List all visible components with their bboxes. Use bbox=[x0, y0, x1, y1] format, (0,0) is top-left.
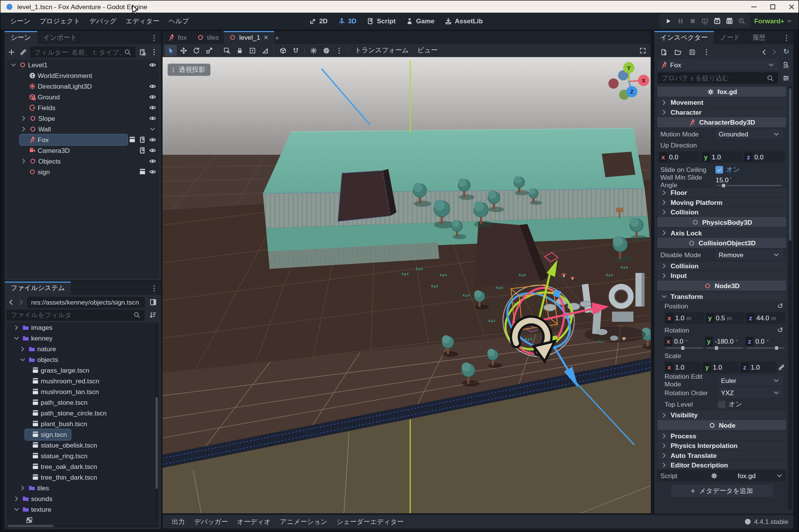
workspace-2d[interactable]: 2D bbox=[305, 16, 332, 26]
vector-x-field[interactable]: x 1.0 bbox=[664, 362, 701, 373]
fs-item-nature[interactable]: nature bbox=[7, 344, 159, 354]
scene-tree-menu-icon[interactable] bbox=[149, 46, 159, 57]
section-Visibility[interactable]: Visibility bbox=[657, 410, 786, 419]
revert-icon[interactable]: ↺ bbox=[777, 302, 783, 310]
fs-scrollbar[interactable] bbox=[155, 323, 158, 522]
fs-item-objects[interactable]: objects bbox=[7, 354, 159, 365]
dropdown-Rotation Edit Mode[interactable]: Euler bbox=[718, 375, 783, 386]
close-button[interactable] bbox=[788, 3, 796, 10]
movie-maker-button[interactable] bbox=[736, 16, 747, 26]
workspace-game[interactable]: Game bbox=[402, 16, 438, 26]
projection-button[interactable]: 透視投影 bbox=[168, 64, 210, 76]
vector-y-field[interactable]: y 1.0 bbox=[702, 362, 739, 373]
vector-y-field[interactable]: y 1.0 bbox=[701, 151, 743, 163]
fs-item-path_stone.tscn[interactable]: path_stone.tscn bbox=[7, 397, 159, 408]
fs-hscrollbar[interactable] bbox=[7, 524, 159, 527]
select-rect-button[interactable] bbox=[221, 45, 233, 56]
scene-node-DirectionalLight3D[interactable]: DirectionalLight3D bbox=[7, 81, 159, 92]
vector-z-field[interactable]: z 0.0 bbox=[744, 151, 785, 163]
visibility-eye-icon[interactable] bbox=[148, 102, 157, 113]
category-Node[interactable]: Node bbox=[657, 420, 786, 430]
fs-item-tree_oak_dark.tscn[interactable]: tree_oak_dark.tscn bbox=[7, 461, 159, 472]
play-custom-scene-button[interactable] bbox=[724, 16, 735, 26]
version-badge[interactable]: 4.4.1.stable bbox=[744, 518, 788, 526]
vector-x-field[interactable]: x 0.0 ° bbox=[664, 337, 704, 349]
visibility-eye-icon[interactable] bbox=[148, 91, 157, 102]
vector-z-field[interactable]: z 44.0 m bbox=[746, 312, 785, 324]
scene-node-Level1[interactable]: Level1 bbox=[7, 60, 159, 70]
move-mode-button[interactable] bbox=[177, 45, 190, 56]
filesystem-dock-menu-icon[interactable] bbox=[150, 284, 158, 292]
menu-0[interactable]: シーン bbox=[6, 15, 35, 28]
scene-filter-input[interactable] bbox=[34, 47, 124, 57]
scene-node-Objects[interactable]: Objects bbox=[7, 156, 159, 167]
fs-item-kenney[interactable]: kenney bbox=[7, 333, 159, 344]
scene-tab-fox[interactable]: fox bbox=[163, 31, 192, 44]
section-Transform[interactable]: Transform bbox=[657, 291, 786, 301]
script-badge[interactable] bbox=[138, 134, 147, 145]
rotate-mode-button[interactable] bbox=[190, 45, 202, 56]
add-node-button[interactable] bbox=[7, 46, 16, 57]
vector-z-field[interactable]: z 1.0 bbox=[740, 362, 776, 373]
dropdown-Rotation Order[interactable]: YXZ bbox=[718, 388, 783, 398]
group-node-button[interactable] bbox=[246, 45, 258, 56]
fs-item-tree_thin_dark.tscn[interactable]: tree_thin_dark.tscn bbox=[7, 472, 159, 483]
category-CollisionObject3D[interactable]: CollisionObject3D bbox=[657, 238, 786, 248]
tab-inspector-2[interactable]: 履歴 bbox=[746, 31, 772, 44]
fs-item-texture[interactable]: texture bbox=[7, 504, 159, 515]
workspace-3d[interactable]: 3D bbox=[334, 16, 361, 26]
preview-sun-button[interactable] bbox=[307, 45, 319, 56]
vector-y-field[interactable]: y 0.5 m bbox=[705, 312, 744, 324]
tab-close-icon[interactable] bbox=[263, 34, 269, 41]
dropdown-Motion Mode[interactable]: Grounded bbox=[716, 129, 783, 139]
ruler-mode-button[interactable] bbox=[259, 45, 271, 56]
viewport-3d[interactable]: Y X Z 透視投影 bbox=[163, 57, 651, 513]
renderer-select[interactable]: Forward+ bbox=[754, 17, 792, 25]
vector-x-field[interactable]: x 1.0 m bbox=[664, 312, 704, 324]
doc-search-button[interactable]: DOC bbox=[779, 59, 792, 70]
scene-badge[interactable] bbox=[138, 166, 147, 177]
script-badge[interactable] bbox=[138, 145, 147, 156]
visibility-eye-icon[interactable] bbox=[148, 156, 157, 167]
scene-dock-menu-icon[interactable] bbox=[150, 34, 158, 42]
section-Input[interactable]: Input bbox=[657, 270, 786, 280]
fs-filter-input[interactable] bbox=[11, 310, 133, 320]
select-mode-button[interactable] bbox=[164, 45, 177, 56]
scene-node-Ground[interactable]: Ground bbox=[7, 92, 159, 102]
chevron-down-icon[interactable] bbox=[148, 123, 157, 135]
bottom-panel-1[interactable]: デバッガー bbox=[190, 516, 232, 528]
minimize-button[interactable] bbox=[750, 3, 758, 10]
transform-menu[interactable]: トランスフォーム bbox=[351, 46, 413, 55]
fs-item-images[interactable]: images bbox=[7, 322, 159, 333]
fs-forward-button[interactable] bbox=[17, 297, 25, 308]
tab-filesystem[interactable]: ファイルシステム bbox=[5, 282, 71, 295]
section-Movement[interactable]: Movement bbox=[657, 97, 786, 107]
resource-menu-icon[interactable] bbox=[700, 46, 713, 57]
section-Axis Lock[interactable]: Axis Lock bbox=[657, 228, 786, 237]
history-list-icon[interactable]: ↻ bbox=[782, 47, 790, 55]
revert-icon[interactable]: ↺ bbox=[777, 326, 783, 334]
link-scale-icon[interactable] bbox=[778, 363, 785, 371]
smart-snap-button[interactable] bbox=[290, 45, 302, 56]
fs-item-path_stone_circle.tscn[interactable]: path_stone_circle.tscn bbox=[7, 408, 159, 418]
section-Character[interactable]: Character bbox=[657, 107, 786, 117]
save-resource-button[interactable] bbox=[686, 46, 698, 57]
category-Node3D[interactable]: Node3D bbox=[657, 281, 786, 291]
slider[interactable] bbox=[747, 347, 784, 349]
lock-node-button[interactable] bbox=[233, 45, 246, 56]
workspace-script[interactable]: Script bbox=[363, 16, 400, 26]
section-Collision[interactable]: Collision bbox=[657, 207, 786, 216]
visibility-eye-icon[interactable] bbox=[148, 145, 157, 156]
section-Floor[interactable]: Floor bbox=[657, 187, 786, 197]
fs-sort-button[interactable] bbox=[147, 309, 159, 320]
detach-script-button[interactable] bbox=[138, 46, 147, 57]
preview-environment-button[interactable] bbox=[320, 45, 332, 56]
scene-node-Fields[interactable]: Fields bbox=[7, 102, 159, 113]
instance-scene-button[interactable] bbox=[18, 46, 28, 57]
fs-split-mode-button[interactable] bbox=[147, 297, 159, 308]
pause-button[interactable] bbox=[675, 16, 686, 26]
maximize-button[interactable] bbox=[769, 3, 776, 10]
scene-tab-tiles[interactable]: tiles bbox=[192, 31, 224, 44]
scene-node-Wall[interactable]: Wall bbox=[7, 124, 159, 135]
menu-1[interactable]: プロジェクト bbox=[35, 15, 85, 28]
